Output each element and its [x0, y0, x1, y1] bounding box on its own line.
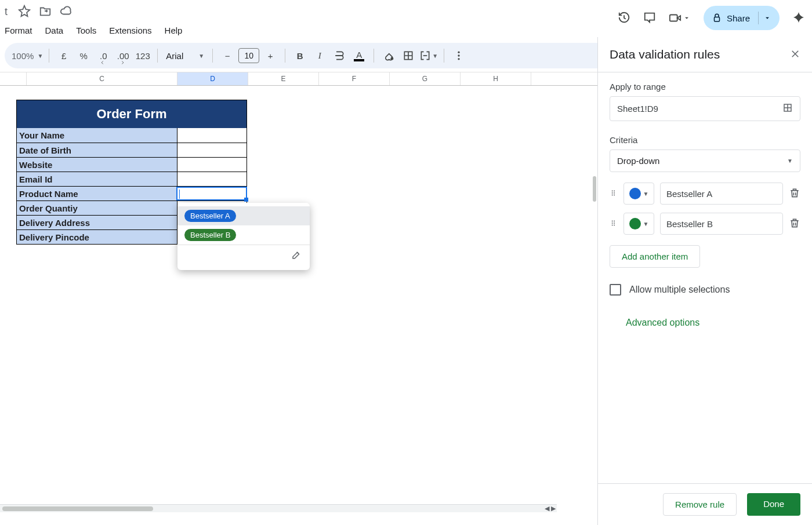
- form-label: Your Name: [17, 128, 177, 143]
- decrease-decimal-button[interactable]: .0: [95, 47, 112, 64]
- drag-handle-icon[interactable]: [610, 218, 618, 230]
- menu-bar: Format Data Tools Extensions Help: [5, 20, 182, 41]
- svg-point-9: [612, 192, 613, 194]
- doc-title-suffix[interactable]: t: [5, 6, 8, 18]
- menu-tools[interactable]: Tools: [76, 25, 96, 35]
- apply-range-input[interactable]: Sheet1!D9: [610, 96, 800, 121]
- form-label: Delivery Address: [17, 216, 177, 229]
- fill-color-button[interactable]: [380, 47, 397, 64]
- vertical-scrollbar[interactable]: [593, 176, 596, 202]
- col-header-h[interactable]: H: [461, 72, 531, 85]
- svg-point-3: [458, 52, 459, 53]
- form-label: Date of Birth: [17, 143, 177, 157]
- share-button[interactable]: Share: [704, 6, 780, 30]
- close-panel-icon[interactable]: [790, 49, 800, 61]
- dropdown-option-2[interactable]: Bestseller B: [177, 225, 310, 245]
- percent-button[interactable]: %: [75, 47, 92, 64]
- form-label: Email Id: [17, 172, 177, 186]
- form-label: Delivery Pincode: [17, 230, 177, 244]
- zoom-select[interactable]: 100%▼: [12, 47, 43, 64]
- form-label: Order Quantiy: [17, 201, 177, 215]
- svg-point-16: [614, 223, 615, 224]
- italic-button[interactable]: I: [311, 47, 328, 64]
- chip-bestseller-b: Bestseller B: [184, 229, 236, 241]
- remove-rule-button[interactable]: Remove rule: [663, 493, 737, 516]
- font-size-input[interactable]: 10: [238, 48, 259, 63]
- move-folder-icon[interactable]: [39, 5, 52, 19]
- item-value-input[interactable]: [660, 213, 783, 235]
- validation-item-row: ▼: [610, 183, 800, 205]
- history-icon[interactable]: [618, 11, 630, 25]
- font-size-decrease[interactable]: −: [219, 47, 236, 64]
- svg-point-11: [612, 194, 613, 195]
- menu-format[interactable]: Format: [5, 25, 32, 35]
- svg-point-12: [614, 194, 615, 195]
- done-button[interactable]: Done: [747, 493, 800, 516]
- merge-cells-button[interactable]: ▼: [419, 47, 438, 64]
- font-family-select[interactable]: Arial▼: [164, 47, 206, 64]
- add-another-item-button[interactable]: Add another item: [610, 245, 700, 268]
- comments-icon[interactable]: [643, 11, 656, 25]
- apply-range-label: Apply to range: [610, 82, 800, 92]
- allow-multiple-label: Allow multiple selections: [629, 285, 730, 295]
- col-header-e[interactable]: E: [248, 72, 319, 85]
- cloud-status-icon[interactable]: [60, 5, 72, 19]
- strikethrough-button[interactable]: [331, 47, 348, 64]
- increase-decimal-button[interactable]: .00: [114, 47, 132, 64]
- dropdown-popup: Bestseller A Bestseller B: [177, 203, 310, 270]
- svg-point-5: [458, 58, 459, 60]
- range-select-icon[interactable]: [782, 103, 793, 115]
- svg-rect-1: [714, 17, 719, 22]
- svg-point-15: [612, 223, 613, 224]
- range-value: Sheet1!D9: [617, 104, 658, 114]
- svg-point-13: [612, 220, 613, 221]
- menu-help[interactable]: Help: [165, 25, 183, 35]
- app-chrome: t Format Data Tools Extensions Help Shar…: [0, 0, 812, 41]
- dropdown-option-1[interactable]: Bestseller A: [177, 206, 310, 225]
- delete-item-icon[interactable]: [789, 187, 800, 200]
- number-format-button[interactable]: 123: [134, 47, 151, 64]
- share-label: Share: [727, 13, 750, 23]
- checkbox-icon[interactable]: [610, 284, 621, 296]
- drag-handle-icon[interactable]: [610, 188, 618, 200]
- font-size-increase[interactable]: +: [262, 47, 279, 64]
- advanced-options-toggle[interactable]: Advanced options: [610, 318, 800, 328]
- menu-data[interactable]: Data: [45, 25, 64, 35]
- form-label: Website: [17, 158, 177, 172]
- svg-point-10: [614, 192, 615, 194]
- item-value-input[interactable]: [660, 183, 783, 205]
- more-options-button[interactable]: [450, 47, 467, 64]
- gemini-icon[interactable]: [792, 11, 805, 25]
- currency-button[interactable]: £: [55, 47, 72, 64]
- order-form-title: Order Form: [17, 100, 246, 128]
- item-color-select[interactable]: ▼: [624, 183, 654, 205]
- bold-button[interactable]: B: [291, 47, 309, 64]
- svg-point-17: [612, 224, 613, 225]
- title-row: t: [5, 3, 182, 20]
- col-header-g[interactable]: G: [390, 72, 461, 85]
- svg-point-4: [458, 54, 459, 56]
- col-header-f[interactable]: F: [319, 72, 390, 85]
- col-header-c[interactable]: C: [27, 72, 177, 85]
- svg-point-18: [614, 224, 615, 225]
- text-color-button[interactable]: A: [350, 47, 368, 64]
- item-color-select[interactable]: ▼: [624, 213, 654, 235]
- menu-extensions[interactable]: Extensions: [109, 25, 151, 35]
- panel-title: Data validation rules: [610, 48, 720, 61]
- allow-multiple-row[interactable]: Allow multiple selections: [610, 284, 800, 296]
- borders-button[interactable]: [400, 47, 417, 64]
- delete-item-icon[interactable]: [789, 217, 800, 231]
- star-icon[interactable]: [18, 5, 31, 19]
- meet-icon[interactable]: [669, 12, 691, 24]
- svg-point-8: [614, 190, 615, 191]
- selected-cell[interactable]: [176, 187, 247, 200]
- chip-bestseller-a: Bestseller A: [184, 210, 236, 222]
- svg-point-14: [614, 220, 615, 221]
- criteria-select[interactable]: Drop-down ▼: [610, 150, 800, 172]
- criteria-label: Criteria: [610, 135, 800, 145]
- col-header-d[interactable]: D: [177, 72, 248, 85]
- top-right-actions: Share: [618, 3, 805, 30]
- svg-rect-0: [670, 15, 677, 21]
- edit-dropdown-icon[interactable]: [291, 250, 302, 262]
- horizontal-scrollbar[interactable]: ◀ ▶: [0, 504, 557, 512]
